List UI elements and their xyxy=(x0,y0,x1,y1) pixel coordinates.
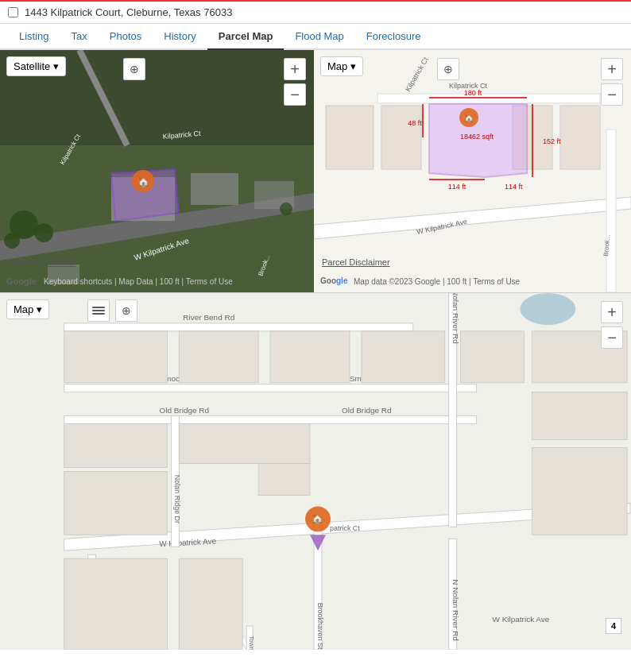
property-address: 1443 Kilpatrick Court, Cleburne, Texas 7… xyxy=(25,6,232,18)
svg-rect-24 xyxy=(377,94,600,103)
svg-rect-28 xyxy=(560,106,600,169)
parcel-map-svg: 180 ft 48 ft 18462 sqft 152 ft 114 ft 11… xyxy=(314,50,631,292)
svg-text:Nolan River Rd: Nolan River Rd xyxy=(451,293,460,344)
svg-rect-80 xyxy=(532,448,627,535)
svg-point-17 xyxy=(4,233,20,249)
svg-text:180 ft: 180 ft xyxy=(464,89,482,97)
top-maps-row: 🏠 Kilpatrick Ct Kilpatrick Ct W Kilpatri… xyxy=(0,50,631,292)
svg-rect-5 xyxy=(191,173,238,205)
svg-rect-26 xyxy=(381,106,421,169)
svg-rect-73 xyxy=(64,331,168,383)
svg-rect-77 xyxy=(461,331,525,383)
parcel-google-logo: Google xyxy=(320,274,347,286)
svg-text:🏠: 🏠 xyxy=(137,176,149,187)
svg-text:Brookhaven St: Brookhaven St xyxy=(316,603,324,650)
svg-text:Nolan Ridge Dr: Nolan Ridge Dr xyxy=(173,475,181,523)
svg-text:N Nolan River Rd: N Nolan River Rd xyxy=(451,579,460,641)
satellite-zoom-minus[interactable]: − xyxy=(284,83,306,106)
svg-point-87 xyxy=(520,293,575,325)
svg-text:114 ft: 114 ft xyxy=(448,183,466,191)
flood-map-label: Map xyxy=(14,303,33,315)
svg-rect-84 xyxy=(64,472,168,535)
svg-point-18 xyxy=(280,203,292,215)
satellite-map-svg: 🏠 Kilpatrick Ct Kilpatrick Ct W Kilpatri… xyxy=(0,50,314,292)
svg-rect-49 xyxy=(64,384,477,392)
svg-text:W Kilpatrick Ave: W Kilpatrick Ave xyxy=(493,615,550,624)
svg-rect-79 xyxy=(532,392,627,440)
svg-rect-75 xyxy=(270,331,350,383)
svg-rect-93 xyxy=(92,310,105,311)
parcel-zoom-plus[interactable]: + xyxy=(601,58,623,80)
svg-text:48 ft: 48 ft xyxy=(408,119,422,127)
tab-parcel-map[interactable]: Parcel Map xyxy=(207,24,285,50)
flood-layer-button[interactable] xyxy=(87,299,110,322)
svg-rect-23 xyxy=(606,129,616,292)
satellite-map-bg: 🏠 Kilpatrick Ct Kilpatrick Ct W Kilpatri… xyxy=(0,50,314,292)
satellite-dropdown-arrow: ▾ xyxy=(53,60,59,72)
svg-rect-94 xyxy=(92,313,105,315)
svg-rect-86 xyxy=(179,558,242,650)
parcel-map-bg: 180 ft 48 ft 18462 sqft 152 ft 114 ft 11… xyxy=(314,50,631,292)
parcel-zoom-minus[interactable]: − xyxy=(601,83,623,106)
flood-map-bg: River Bend Rd Smooth Stone Dr Smooth Sto… xyxy=(0,293,631,650)
svg-text:River Bend Rd: River Bend Rd xyxy=(183,313,234,322)
parcel-attribution: Map data ©2023 Google | 100 ft | Terms o… xyxy=(354,277,520,286)
svg-rect-81 xyxy=(64,424,168,468)
svg-text:Old Bridge Rd: Old Bridge Rd xyxy=(159,406,209,415)
tab-flood-map[interactable]: Flood Map xyxy=(284,24,354,50)
svg-text:Town...: Town... xyxy=(248,635,255,650)
svg-text:Kilpatrick Ct: Kilpatrick Ct xyxy=(449,82,488,90)
parcel-map-type-button[interactable]: Map ▾ xyxy=(320,56,363,76)
satellite-attribution: Keyboard shortcuts | Map Data | 100 ft |… xyxy=(44,277,233,286)
svg-rect-52 xyxy=(64,416,477,424)
svg-text:Old Bridge Rd: Old Bridge Rd xyxy=(342,406,392,415)
svg-rect-85 xyxy=(64,558,168,650)
svg-rect-83 xyxy=(258,464,310,496)
map-type-satellite-button[interactable]: Satellite ▾ xyxy=(6,56,66,76)
svg-rect-25 xyxy=(326,106,374,169)
svg-text:🏠: 🏠 xyxy=(464,113,474,123)
svg-rect-47 xyxy=(64,323,413,331)
parcel-parcel-disclaimer[interactable]: Parcel Disclaimer xyxy=(322,257,390,267)
svg-text:patrick Ct: patrick Ct xyxy=(330,524,360,532)
svg-rect-76 xyxy=(362,331,445,383)
svg-text:🏠: 🏠 xyxy=(312,512,323,524)
svg-point-16 xyxy=(34,223,53,242)
satellite-zoom-plus[interactable]: + xyxy=(284,58,306,80)
svg-rect-74 xyxy=(179,331,258,383)
parcel-map-panel: 180 ft 48 ft 18462 sqft 152 ft 114 ft 11… xyxy=(314,50,631,292)
flood-zone-number: 4 xyxy=(606,618,621,634)
svg-text:114 ft: 114 ft xyxy=(505,183,523,191)
satellite-parcel-disclaimer[interactable]: Parcel Disclaimer xyxy=(8,257,76,267)
flood-map-type-button[interactable]: Map ▾ xyxy=(6,299,49,319)
tab-listing[interactable]: Listing xyxy=(8,24,60,50)
flood-map-panel: River Bend Rd Smooth Stone Dr Smooth Sto… xyxy=(0,292,631,650)
flood-locate-button[interactable]: ⊕ xyxy=(115,299,137,322)
flood-map-svg: River Bend Rd Smooth Stone Dr Smooth Sto… xyxy=(0,293,631,650)
tab-foreclosure[interactable]: Foreclosure xyxy=(355,24,432,50)
tab-history[interactable]: History xyxy=(153,24,207,50)
satellite-google-logo: Google xyxy=(6,276,37,286)
flood-zoom-plus[interactable]: + xyxy=(601,301,623,323)
svg-rect-82 xyxy=(179,424,310,464)
layers-icon xyxy=(92,304,105,317)
address-checkbox[interactable] xyxy=(8,7,18,17)
flood-zoom-minus[interactable]: − xyxy=(601,326,623,349)
parcel-locate-button[interactable]: ⊕ xyxy=(437,58,459,80)
tab-tax[interactable]: Tax xyxy=(60,24,99,50)
satellite-map-panel: 🏠 Kilpatrick Ct Kilpatrick Ct W Kilpatri… xyxy=(0,50,314,292)
svg-text:152 ft: 152 ft xyxy=(543,137,561,145)
address-bar: 1443 Kilpatrick Court, Cleburne, Texas 7… xyxy=(0,0,631,24)
satellite-locate-button[interactable]: ⊕ xyxy=(123,58,145,80)
tab-bar: Listing Tax Photos History Parcel Map Fl… xyxy=(0,24,631,50)
svg-rect-92 xyxy=(92,307,105,308)
flood-map-dropdown-arrow: ▾ xyxy=(37,303,42,315)
satellite-label: Satellite xyxy=(14,60,50,72)
parcel-map-label: Map xyxy=(327,60,347,72)
tab-photos[interactable]: Photos xyxy=(99,24,153,50)
svg-text:18462 sqft: 18462 sqft xyxy=(460,133,494,141)
parcel-map-dropdown-arrow: ▾ xyxy=(350,60,356,72)
